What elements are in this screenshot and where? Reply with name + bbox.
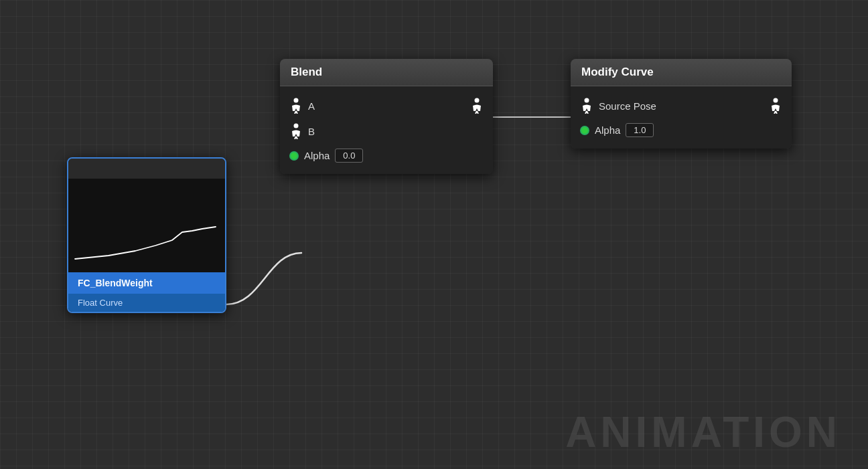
blend-node: Blend A: [280, 59, 493, 174]
svg-point-6: [294, 124, 299, 128]
blend-row-a: A: [280, 93, 493, 118]
modify-source-pose-label: Source Pose: [599, 100, 764, 112]
svg-point-3: [475, 98, 480, 103]
svg-line-11: [587, 111, 588, 114]
fc-subtitle: Float Curve: [68, 294, 225, 312]
blend-title: Blend: [291, 66, 322, 78]
svg-line-5: [477, 111, 478, 114]
svg-line-2: [296, 111, 297, 114]
person-icon-source-left: [580, 98, 593, 114]
modify-alpha-label: Alpha: [595, 124, 620, 136]
fc-curve-svg: [68, 179, 225, 272]
blend-node-body: A B Alpha 0.0: [280, 86, 493, 174]
fc-node-header: [68, 159, 225, 179]
modify-row-alpha: Alpha 1.0: [571, 118, 792, 142]
blend-row-b: B: [280, 118, 493, 144]
blend-alpha-dot: [289, 151, 299, 161]
modify-node-body: Source Pose Alpha 1.0: [571, 86, 792, 149]
fc-blendweight-node: FC_BlendWeight Float Curve: [67, 157, 226, 313]
fc-canvas: [68, 179, 225, 272]
person-icon-a-left: [289, 98, 303, 114]
blend-label-a: A: [308, 100, 465, 112]
fc-title: FC_BlendWeight: [78, 278, 153, 288]
modify-alpha-dot: [580, 126, 589, 135]
svg-line-8: [296, 136, 297, 139]
svg-point-0: [294, 98, 299, 103]
svg-point-12: [774, 98, 778, 103]
fc-footer: FC_BlendWeight: [68, 272, 225, 294]
fc-subtitle-text: Float Curve: [78, 298, 123, 308]
person-icon-b: [289, 123, 303, 139]
modify-curve-node: Modify Curve Source Pose Alpha 1.0: [571, 59, 792, 149]
blend-alpha-label: Alpha: [304, 150, 330, 161]
modify-row-source-pose: Source Pose: [571, 93, 792, 118]
blend-row-alpha: Alpha 0.0: [280, 144, 493, 167]
person-icon-a-right: [470, 98, 484, 114]
modify-title: Modify Curve: [581, 66, 654, 78]
blend-node-header: Blend: [280, 59, 493, 86]
svg-point-9: [585, 98, 589, 103]
blend-alpha-value[interactable]: 0.0: [335, 149, 363, 163]
svg-line-14: [776, 111, 777, 114]
blend-label-b: B: [308, 126, 315, 137]
modify-alpha-value[interactable]: 1.0: [626, 123, 654, 137]
animation-watermark: ANIMATION: [565, 407, 841, 457]
person-icon-source-right: [769, 98, 782, 114]
modify-node-header: Modify Curve: [571, 59, 792, 86]
